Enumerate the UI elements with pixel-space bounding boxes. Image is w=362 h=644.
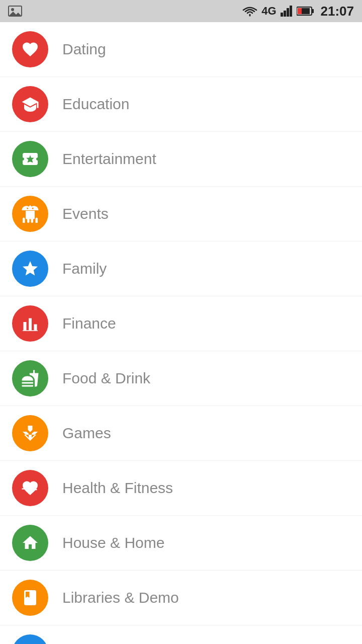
category-item-family[interactable]: Family <box>0 242 362 296</box>
finance-icon <box>21 314 39 333</box>
events-label: Events <box>62 205 109 222</box>
status-bar-left <box>8 6 22 17</box>
category-item-dating[interactable]: Dating <box>0 22 362 77</box>
health-fitness-icon <box>21 479 39 497</box>
games-label: Games <box>62 425 111 442</box>
svg-rect-5 <box>287 8 289 17</box>
libraries-demo-icon-circle <box>12 580 48 616</box>
finance-icon-circle <box>12 305 48 342</box>
wifi-icon <box>242 6 257 17</box>
education-icon-circle <box>12 86 48 122</box>
entertainment-icon <box>21 150 39 168</box>
food-drink-icon <box>21 369 39 387</box>
svg-rect-9 <box>298 8 302 14</box>
entertainment-icon-circle <box>12 141 48 177</box>
health-fitness-icon-circle <box>12 470 48 506</box>
category-item-lifestyle[interactable]: Lifestyle <box>0 625 362 644</box>
signal-icon <box>281 6 293 17</box>
svg-rect-13 <box>34 325 37 331</box>
entertainment-label: Entertainment <box>62 150 156 168</box>
house-home-icon <box>21 534 39 552</box>
dating-icon-circle <box>12 31 48 67</box>
svg-rect-6 <box>290 6 292 17</box>
svg-point-1 <box>11 8 14 11</box>
status-bar-right: 4G 21:07 <box>242 4 354 19</box>
libraries-demo-icon <box>21 589 39 607</box>
category-list: DatingEducationEntertainmentEventsFamily… <box>0 22 362 644</box>
house-home-icon-circle <box>12 525 48 561</box>
category-item-libraries-demo[interactable]: Libraries & Demo <box>0 571 362 625</box>
events-icon-circle <box>12 196 48 232</box>
family-icon <box>21 260 39 278</box>
category-item-games[interactable]: Games <box>0 406 362 461</box>
category-item-health-fitness[interactable]: Health & Fitness <box>0 461 362 516</box>
category-item-events[interactable]: Events <box>0 187 362 242</box>
games-icon <box>21 424 39 442</box>
dating-label: Dating <box>62 41 106 58</box>
libraries-demo-label: Libraries & Demo <box>62 589 179 606</box>
family-icon-circle <box>12 251 48 287</box>
health-fitness-label: Health & Fitness <box>62 479 173 497</box>
category-item-food-drink[interactable]: Food & Drink <box>0 351 362 406</box>
category-item-entertainment[interactable]: Entertainment <box>0 132 362 187</box>
svg-rect-3 <box>281 13 283 17</box>
lifestyle-icon-circle <box>12 634 48 644</box>
category-item-education[interactable]: Education <box>0 77 362 132</box>
svg-rect-12 <box>29 318 32 331</box>
svg-rect-11 <box>24 322 27 331</box>
svg-rect-10 <box>302 8 310 14</box>
svg-marker-2 <box>9 12 22 16</box>
food-drink-label: Food & Drink <box>62 370 150 387</box>
image-icon <box>8 6 22 17</box>
family-label: Family <box>62 260 107 277</box>
status-bar: 4G 21:07 <box>0 0 362 22</box>
category-scroll[interactable]: DatingEducationEntertainmentEventsFamily… <box>0 22 362 644</box>
education-icon <box>21 95 39 113</box>
category-item-house-home[interactable]: House & Home <box>0 516 362 571</box>
finance-label: Finance <box>62 315 116 332</box>
games-icon-circle <box>12 415 48 451</box>
svg-rect-4 <box>284 11 286 17</box>
house-home-label: House & Home <box>62 534 164 551</box>
events-icon <box>21 205 39 223</box>
svg-rect-8 <box>312 9 314 13</box>
dating-icon <box>21 40 39 58</box>
category-item-finance[interactable]: Finance <box>0 296 362 351</box>
4g-label: 4G <box>261 5 276 18</box>
education-label: Education <box>62 96 129 113</box>
battery-icon <box>297 6 315 16</box>
time-display: 21:07 <box>321 4 354 19</box>
food-drink-icon-circle <box>12 360 48 396</box>
